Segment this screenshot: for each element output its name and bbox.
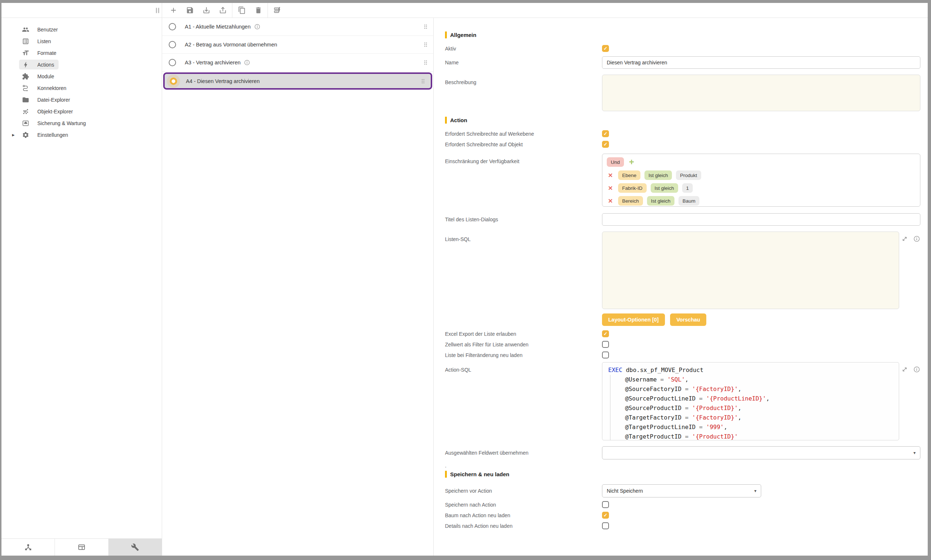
app-window: Benutzer Listen Formate Actions bbox=[0, 0, 931, 560]
schreibrechte-objekt-checkbox[interactable] bbox=[602, 141, 609, 148]
sidebar-item-label: Objekt-Explorer bbox=[37, 109, 73, 114]
layout-optionen-button[interactable]: Layout-Optionen [0] bbox=[602, 314, 665, 326]
list-item-a1[interactable]: A1 - Aktuelle Mietzahlungen bbox=[162, 18, 433, 36]
condition-operator-chip[interactable]: Ist gleich bbox=[647, 196, 674, 206]
sidebar-item-label: Einstellungen bbox=[37, 132, 68, 138]
tab-tools[interactable] bbox=[108, 539, 162, 555]
field-label: Erfordert Schreibrechte auf Werkebene bbox=[445, 131, 602, 137]
sidebar-item-label: Datei-Explorer bbox=[37, 97, 70, 103]
liste-neu-laden-checkbox[interactable] bbox=[602, 351, 609, 358]
condition-operator-chip[interactable]: Ist gleich bbox=[644, 171, 672, 180]
list-item-a4[interactable]: A4 - Diesen Vertrag archivieren bbox=[163, 72, 432, 89]
condition-operator-chip[interactable]: Ist gleich bbox=[650, 183, 678, 193]
beschreibung-textarea[interactable] bbox=[602, 75, 920, 111]
remove-condition-button[interactable]: ✕ bbox=[607, 197, 614, 205]
radio-button[interactable] bbox=[170, 77, 177, 85]
radio-button[interactable] bbox=[169, 23, 176, 30]
run-action-button[interactable] bbox=[269, 3, 285, 18]
sidebar-item-module[interactable]: Module bbox=[19, 71, 59, 81]
info-icon[interactable] bbox=[913, 366, 920, 373]
condition-value-chip[interactable]: Baum bbox=[678, 196, 699, 206]
chevron-down-icon: ▾ bbox=[913, 450, 916, 455]
root-operator-chip[interactable]: Und bbox=[607, 157, 624, 167]
sidebar-item-label: Konnektoren bbox=[37, 85, 66, 91]
vorschau-button[interactable]: Vorschau bbox=[670, 314, 706, 326]
schreibrechte-werkebene-checkbox[interactable] bbox=[602, 130, 609, 137]
aktiv-checkbox[interactable] bbox=[602, 45, 609, 52]
baum-neu-laden-checkbox[interactable] bbox=[602, 512, 609, 518]
add-button[interactable] bbox=[165, 3, 182, 18]
import-button[interactable] bbox=[198, 3, 214, 18]
zellwert-filter-checkbox[interactable] bbox=[602, 341, 609, 348]
expand-arrow-icon[interactable]: ▶ bbox=[12, 133, 15, 137]
speichern-nach-action-checkbox[interactable] bbox=[602, 501, 609, 508]
condition-value-chip[interactable]: 1 bbox=[682, 183, 693, 193]
sidebar-item-label: Actions bbox=[37, 62, 54, 68]
section-accent-bar bbox=[445, 31, 447, 38]
field-label: Speichern nach Action bbox=[445, 502, 602, 508]
panel-splitter-handle[interactable] bbox=[156, 8, 159, 13]
field-label: Titel des Listen-Dialogs bbox=[445, 217, 602, 222]
condition-field-chip[interactable]: Ebene bbox=[618, 171, 640, 180]
add-condition-button[interactable]: + bbox=[629, 158, 634, 166]
section-title: Allgemein bbox=[450, 32, 476, 38]
wrench-icon bbox=[131, 543, 139, 551]
name-input[interactable] bbox=[602, 56, 920, 69]
remove-condition-button[interactable]: ✕ bbox=[607, 172, 614, 179]
drag-handle-icon[interactable] bbox=[422, 59, 429, 66]
grain-icon bbox=[22, 108, 29, 115]
info-icon[interactable] bbox=[913, 235, 920, 243]
radio-button[interactable] bbox=[169, 59, 176, 66]
condition-value-chip[interactable]: Produkt bbox=[676, 171, 701, 180]
drag-handle-icon[interactable] bbox=[420, 78, 426, 85]
condition-row: ✕ Ebene Ist gleich Produkt bbox=[607, 171, 916, 180]
backup-icon bbox=[22, 120, 29, 127]
info-icon[interactable] bbox=[254, 23, 260, 30]
action-sql-editor[interactable]: EXEC dbo.sx_pf_MOVE_Product@Username = '… bbox=[602, 362, 899, 440]
excel-export-checkbox[interactable] bbox=[602, 330, 609, 337]
titel-listen-dialog-input[interactable] bbox=[602, 213, 920, 226]
feldwert-select[interactable]: ▾ bbox=[602, 446, 920, 459]
sidebar-item-objekt-explorer[interactable]: Objekt-Explorer bbox=[19, 106, 77, 116]
details-neu-laden-checkbox[interactable] bbox=[602, 522, 609, 529]
drag-handle-icon[interactable] bbox=[422, 23, 429, 30]
sidebar-item-formate[interactable]: Formate bbox=[19, 48, 61, 58]
toolbar-separator bbox=[268, 3, 268, 18]
condition-field-chip[interactable]: Fabrik-ID bbox=[618, 183, 647, 193]
tab-layout[interactable] bbox=[54, 539, 108, 555]
remove-condition-button[interactable]: ✕ bbox=[607, 185, 614, 192]
expand-editor-icon[interactable] bbox=[901, 366, 908, 373]
delete-button[interactable] bbox=[250, 3, 267, 18]
save-button[interactable] bbox=[182, 3, 198, 18]
list-item-a3[interactable]: A3 - Vertrag archivieren bbox=[162, 54, 433, 72]
info-icon[interactable] bbox=[244, 59, 250, 66]
field-label: Excel Export der Liste erlauben bbox=[445, 331, 602, 337]
condition-field-chip[interactable]: Bereich bbox=[618, 196, 643, 206]
action-list: A1 - Aktuelle Mietzahlungen A2 - Betrag … bbox=[162, 18, 434, 555]
sidebar-item-datei-explorer[interactable]: Datei-Explorer bbox=[19, 95, 74, 105]
listen-sql-editor[interactable] bbox=[602, 232, 899, 309]
field-label: Zellwert als Filter für Liste anwenden bbox=[445, 342, 602, 348]
field-label: Baum nach Action neu laden bbox=[445, 512, 602, 518]
copy-button[interactable] bbox=[233, 3, 250, 18]
sidebar: Benutzer Listen Formate Actions bbox=[2, 18, 162, 555]
sidebar-item-label: Benutzer bbox=[37, 27, 58, 32]
puzzle-icon bbox=[22, 73, 29, 80]
speichern-vor-action-select[interactable]: Nicht Speichern ▾ bbox=[602, 484, 761, 497]
sidebar-item-listen[interactable]: Listen bbox=[19, 36, 55, 46]
sidebar-item-einstellungen[interactable]: ▶ Einstellungen bbox=[19, 130, 72, 140]
action-sql-code: EXEC dbo.sx_pf_MOVE_Product@Username = '… bbox=[608, 365, 893, 440]
expand-editor-icon[interactable] bbox=[901, 235, 908, 243]
condition-row: ✕ Bereich Ist gleich Baum bbox=[607, 196, 916, 206]
radio-button[interactable] bbox=[169, 41, 176, 48]
sidebar-item-konnektoren[interactable]: Konnektoren bbox=[19, 83, 71, 93]
sidebar-item-benutzer[interactable]: Benutzer bbox=[19, 25, 62, 34]
list-item-a2[interactable]: A2 - Betrag aus Vormonat übernehmen bbox=[162, 36, 433, 54]
drag-handle-icon[interactable] bbox=[422, 42, 429, 48]
field-label: Speichern vor Action bbox=[445, 488, 602, 494]
export-button[interactable] bbox=[214, 3, 231, 18]
sidebar-item-sicherung-wartung[interactable]: Sicherung & Wartung bbox=[19, 118, 90, 128]
sidebar-item-actions[interactable]: Actions bbox=[19, 60, 59, 69]
tab-hierarchy[interactable] bbox=[2, 539, 54, 555]
connector-icon bbox=[22, 85, 29, 92]
